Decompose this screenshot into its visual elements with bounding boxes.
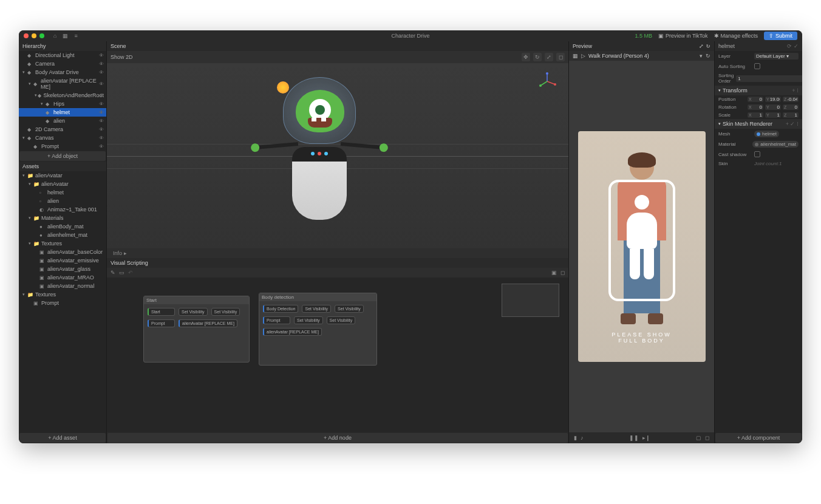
vs-node[interactable]: Prompt — [148, 319, 175, 327]
minimize-window-icon[interactable] — [32, 33, 36, 38]
grid-icon[interactable]: ▦ — [63, 33, 68, 39]
asset-item[interactable]: ▣alienAvatar_emissive — [19, 256, 106, 265]
asset-item[interactable]: ▾📁Textures — [19, 290, 106, 299]
hierarchy-item[interactable]: ▾◆SkeletonAndRenderRoot👁 — [19, 91, 106, 100]
info-bar[interactable]: Info ▸ — [107, 248, 568, 258]
scale-y-input[interactable]: Y — [765, 112, 781, 118]
vs-canvas[interactable]: Start Start Set Visibility Set Visibilit… — [107, 278, 568, 432]
vs-node[interactable]: Set Visibility — [327, 316, 356, 324]
alien-character[interactable] — [268, 77, 371, 235]
fit-view-icon[interactable]: ▣ — [551, 270, 557, 276]
move-tool-icon[interactable]: ✥ — [522, 53, 530, 61]
hierarchy-item[interactable]: ◆helmet👁 — [19, 108, 106, 117]
animation-name[interactable]: Walk Forward (Person 4) — [588, 53, 697, 59]
rect-tool-icon[interactable]: ◻ — [556, 53, 565, 61]
material-chip[interactable]: alienhelmet_mat — [752, 141, 799, 148]
asset-item[interactable]: ●alienBody_mat — [19, 222, 106, 231]
cast-shadow-checkbox[interactable] — [754, 151, 760, 157]
add-component-button[interactable]: + Add component — [715, 433, 802, 443]
position-z-input[interactable]: Z — [783, 97, 799, 102]
maximize-window-icon[interactable] — [39, 33, 44, 38]
hierarchy-item[interactable]: ◆2D Camera👁 — [19, 125, 106, 134]
scene-viewport[interactable] — [107, 63, 568, 248]
hierarchy-item[interactable]: ◆Prompt👁 — [19, 142, 106, 151]
lock-icon[interactable]: ⟳ ✓ — [787, 43, 799, 49]
vs-node[interactable]: Set Visibility — [294, 316, 323, 324]
device-icon[interactable]: ▮ — [574, 435, 577, 441]
asset-item[interactable]: ▾📁Materials — [19, 214, 106, 222]
tiktok-icon[interactable]: ♪ — [581, 435, 584, 441]
rotate-tool-icon[interactable]: ↻ — [533, 53, 542, 61]
vs-node[interactable]: Prompt — [263, 316, 290, 324]
dropdown-icon[interactable]: ▾ — [700, 53, 703, 59]
hierarchy-item[interactable]: ▾◆Canvas👁 — [19, 134, 106, 142]
scale-z-input[interactable]: Z — [783, 112, 799, 118]
rotation-z-input[interactable]: Z — [783, 104, 799, 110]
show-2d-button[interactable]: Show 2D — [111, 54, 133, 60]
select-tool-icon[interactable]: ▭ — [119, 270, 124, 276]
mesh-chip[interactable]: helmet — [754, 131, 779, 137]
screenshot-icon[interactable]: ▢ — [696, 435, 701, 441]
position-y-input[interactable]: Y — [765, 97, 781, 102]
vs-node[interactable]: Set Visibility — [302, 305, 331, 313]
asset-item[interactable]: ▾📁Textures — [19, 239, 106, 248]
asset-item[interactable]: ▾📁alienAvatar — [19, 171, 106, 180]
manage-effects-button[interactable]: ✱ Manage effects — [714, 33, 758, 39]
vs-node[interactable]: Set Visibility — [335, 305, 364, 313]
sorting-order-input[interactable] — [736, 75, 802, 82]
preview-popout-icon[interactable]: ⤢ ↻ — [699, 43, 710, 49]
home-icon[interactable]: ⌂ — [53, 33, 56, 39]
orientation-gizmo[interactable] — [538, 72, 556, 90]
expand-icon[interactable]: ◻ — [560, 270, 565, 276]
layers-icon[interactable]: ≡ — [74, 33, 77, 39]
asset-item[interactable]: ▣alienAvatar_normal — [19, 282, 106, 290]
refresh-icon[interactable]: ↻ — [706, 53, 710, 59]
asset-item[interactable]: ▣alienAvatar_MRAO — [19, 273, 106, 282]
renderer-section[interactable]: ▾Skin Mesh Renderer + ✓ ⁝ — [715, 119, 802, 129]
vs-node[interactable]: alienAvatar [REPLACE ME] — [263, 328, 322, 336]
hierarchy-item[interactable]: ▾◆Body Avatar Drive👁 — [19, 68, 106, 77]
scale-tool-icon[interactable]: ⤢ — [545, 53, 553, 61]
transform-section[interactable]: ▾Transform + ⁝ — [715, 86, 802, 95]
asset-item[interactable]: ▫alien — [19, 197, 106, 205]
vs-node[interactable]: alienAvatar [REPLACE ME] — [179, 319, 237, 327]
vs-node[interactable]: Body Detection — [263, 305, 298, 313]
hierarchy-item[interactable]: ◆Camera👁 — [19, 60, 106, 68]
hierarchy-item[interactable]: ▾◆alienAvatar [REPLACE ME]👁 — [19, 77, 106, 91]
add-object-button[interactable]: + Add object — [19, 151, 106, 161]
asset-item[interactable]: ▾📁alienAvatar — [19, 180, 106, 188]
vs-node[interactable]: Set Visibility — [179, 308, 208, 316]
add-node-button[interactable]: + Add node — [107, 433, 568, 443]
record-icon[interactable]: ◻ — [705, 435, 709, 441]
path-tool-icon[interactable]: ✎ — [111, 270, 115, 276]
asset-item[interactable]: ▣alienAvatar_glass — [19, 265, 106, 273]
next-frame-icon[interactable]: ▸❙ — [642, 435, 650, 441]
asset-item[interactable]: ▣Prompt — [19, 299, 106, 307]
scale-x-input[interactable]: X — [748, 112, 763, 118]
asset-item[interactable]: ●alienhelmet_mat — [19, 231, 106, 239]
undo-icon[interactable]: ↶ — [128, 270, 133, 276]
hierarchy-item[interactable]: ▾◆Hips👁 — [19, 100, 106, 108]
vs-node[interactable]: Start — [148, 308, 175, 316]
asset-item[interactable]: ◐Animaz~1_Take 001 — [19, 205, 106, 214]
submit-button[interactable]: ⇧ Submit — [764, 32, 797, 40]
play-icon[interactable]: ▷ — [581, 53, 585, 59]
rotation-y-input[interactable]: Y — [765, 104, 781, 110]
add-asset-button[interactable]: + Add asset — [19, 433, 106, 443]
rotation-x-input[interactable]: X — [748, 104, 763, 110]
vs-node[interactable]: Set Visibility — [211, 308, 240, 316]
position-x-input[interactable]: X — [748, 97, 763, 102]
auto-sorting-checkbox[interactable] — [754, 63, 760, 69]
preview-tiktok-button[interactable]: ▣ Preview in TikTok — [658, 33, 708, 39]
close-window-icon[interactable] — [24, 33, 29, 38]
node-group-body-detection[interactable]: Body detection Body Detection Set Visibi… — [259, 293, 377, 366]
vs-minimap[interactable] — [502, 284, 559, 317]
layer-dropdown[interactable]: Default Layer ▾ — [754, 53, 799, 60]
node-group-start[interactable]: Start Start Set Visibility Set Visibilit… — [143, 296, 250, 363]
hierarchy-item[interactable]: ◆alien👁 — [19, 117, 106, 125]
camera-icon[interactable]: ▦ — [573, 53, 578, 59]
hierarchy-item[interactable]: ◆Directional Light👁 — [19, 51, 106, 60]
asset-item[interactable]: ▫helmet — [19, 188, 106, 197]
pause-icon[interactable]: ❚❚ — [629, 435, 639, 441]
asset-item[interactable]: ▣alienAvatar_baseColor — [19, 248, 106, 256]
